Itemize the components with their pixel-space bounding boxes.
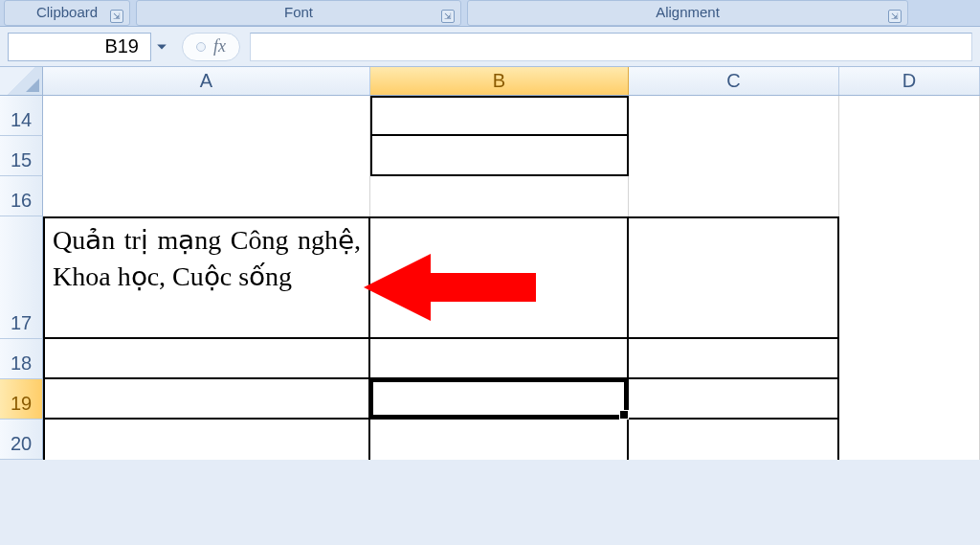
cell-C18[interactable] — [629, 339, 839, 379]
cell-D20[interactable] — [839, 420, 980, 460]
cell-A15[interactable] — [43, 136, 370, 176]
grid-row: 17 Quản trị mạng Công nghệ, Khoa học, Cu… — [0, 216, 980, 339]
column-header-C[interactable]: C — [629, 67, 839, 95]
formula-bar-row: fx — [0, 27, 980, 67]
spreadsheet-grid[interactable]: A B C D 14 15 16 17 — [0, 67, 980, 460]
fx-icon: fx — [213, 36, 226, 57]
row-header-14[interactable]: 14 — [0, 96, 43, 136]
cell-C17[interactable] — [629, 216, 839, 339]
grid-row: 14 — [0, 96, 980, 136]
grid-rows: 14 15 16 17 Quản trị mạng Công nghệ, Kho… — [0, 96, 980, 460]
cell-C20[interactable] — [629, 420, 839, 460]
ribbon-group-clipboard[interactable]: Clipboard ⇲ — [4, 0, 130, 26]
select-all-corner[interactable] — [0, 67, 43, 95]
grid-row: 16 — [0, 176, 980, 216]
insert-function-button[interactable]: fx — [182, 33, 240, 61]
cell-text: Quản trị mạng Công nghệ, Khoa học, Cuộc … — [53, 222, 361, 295]
dialog-launcher-icon[interactable]: ⇲ — [441, 10, 455, 23]
column-header-B[interactable]: B — [370, 67, 629, 95]
formula-bar-input[interactable] — [250, 33, 972, 61]
cell-A19[interactable] — [43, 379, 370, 420]
chevron-down-icon — [156, 41, 167, 53]
cell-D17[interactable] — [839, 216, 980, 339]
row-header-18[interactable]: 18 — [0, 339, 43, 379]
cell-D16[interactable] — [839, 176, 980, 216]
cell-B19[interactable] — [370, 379, 629, 420]
cell-D18[interactable] — [839, 339, 980, 379]
ribbon-group-label: Clipboard — [36, 4, 98, 20]
dialog-launcher-icon[interactable]: ⇲ — [888, 10, 902, 23]
column-header-A[interactable]: A — [43, 67, 370, 95]
dialog-launcher-icon[interactable]: ⇲ — [110, 10, 123, 23]
name-box-wrap — [8, 33, 172, 61]
cell-C16[interactable] — [629, 176, 839, 216]
ribbon-groups-row: Clipboard ⇲ Font ⇲ Alignment ⇲ — [0, 0, 980, 27]
row-header-19[interactable]: 19 — [0, 379, 43, 420]
cell-D15[interactable] — [839, 136, 980, 176]
row-header-16[interactable]: 16 — [0, 176, 43, 216]
row-header-15[interactable]: 15 — [0, 136, 43, 176]
cell-A18[interactable] — [43, 339, 370, 379]
ribbon-group-label: Alignment — [656, 4, 720, 20]
row-header-20[interactable]: 20 — [0, 420, 43, 460]
row-header-17[interactable]: 17 — [0, 216, 43, 339]
cell-B16[interactable] — [370, 176, 629, 216]
cell-B20[interactable] — [370, 420, 629, 460]
column-headers: A B C D — [0, 67, 980, 96]
name-box-dropdown[interactable] — [151, 33, 172, 61]
cell-C19[interactable] — [629, 379, 839, 420]
cancel-dot-icon — [196, 42, 206, 52]
cell-A20[interactable] — [43, 420, 370, 460]
cell-D19[interactable] — [839, 379, 980, 420]
grid-row: 15 — [0, 136, 980, 176]
ribbon-group-alignment[interactable]: Alignment ⇲ — [467, 0, 908, 26]
cell-A17[interactable]: Quản trị mạng Công nghệ, Khoa học, Cuộc … — [43, 216, 370, 339]
cell-B17[interactable] — [370, 216, 629, 339]
cell-C15[interactable] — [629, 136, 839, 176]
cell-B14[interactable] — [370, 96, 629, 136]
ribbon-group-label: Font — [284, 4, 313, 20]
cell-B18[interactable] — [370, 339, 629, 379]
grid-row: 20 — [0, 420, 980, 460]
grid-row: 18 — [0, 339, 980, 379]
cell-A16[interactable] — [43, 176, 370, 216]
cell-C14[interactable] — [629, 96, 839, 136]
ribbon-group-font[interactable]: Font ⇲ — [136, 0, 461, 26]
cell-B15[interactable] — [370, 136, 629, 176]
cell-A14[interactable] — [43, 96, 370, 136]
name-box[interactable] — [8, 33, 151, 61]
cell-D14[interactable] — [839, 96, 980, 136]
grid-row: 19 — [0, 379, 980, 420]
column-header-D[interactable]: D — [839, 67, 980, 95]
